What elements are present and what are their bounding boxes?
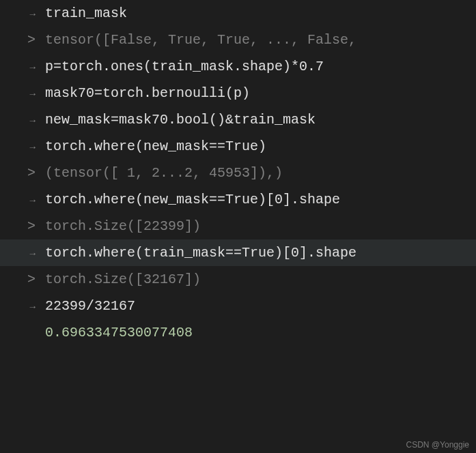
input-arrow-icon: →	[30, 112, 36, 130]
output-marker-icon: >	[27, 160, 36, 186]
gutter: →	[8, 192, 45, 210]
input-text: 22399/32167	[45, 293, 476, 319]
code-cell-line[interactable]: →p=torch.ones(train_mask.shape)*0.7	[0, 53, 476, 80]
gutter: >	[8, 213, 45, 239]
output-text: torch.Size([32167])	[45, 266, 476, 293]
input-arrow-icon: →	[30, 192, 36, 210]
code-cell-line[interactable]: →mask70=torch.bernoulli(p)	[0, 80, 476, 106]
input-text: new_mask=mask70.bool()&train_mask	[45, 106, 476, 133]
input-text: train_mask	[45, 0, 476, 27]
code-cell-line[interactable]: >torch.Size([22399])	[0, 213, 476, 239]
gutter: →	[8, 245, 45, 263]
input-arrow-icon: →	[30, 85, 36, 104]
code-cell-line[interactable]: >torch.Size([32167])	[0, 266, 476, 293]
input-text: p=torch.ones(train_mask.shape)*0.7	[45, 53, 476, 80]
gutter: >	[8, 160, 45, 186]
code-cell-line[interactable]: >tensor([False, True, True, ..., False,	[0, 27, 476, 53]
input-arrow-icon: →	[30, 59, 36, 77]
code-cell-line[interactable]: >(tensor([ 1, 2...2, 45953]),)	[0, 160, 476, 186]
code-cell-line[interactable]: 0.6963347530077408	[0, 319, 476, 346]
code-cell-line[interactable]: →22399/32167	[0, 293, 476, 319]
gutter: >	[8, 27, 45, 53]
code-cell-line[interactable]: →torch.where(new_mask==True)[0].shape	[0, 186, 476, 213]
code-cell-line[interactable]: →torch.where(new_mask==True)	[0, 133, 476, 160]
gutter: →	[8, 112, 45, 130]
input-arrow-icon: →	[30, 5, 36, 24]
output-marker-icon: >	[27, 213, 36, 239]
input-text: mask70=torch.bernoulli(p)	[45, 80, 476, 106]
gutter: →	[8, 85, 45, 104]
gutter: →	[8, 138, 45, 157]
code-cell-line[interactable]: →train_mask	[0, 0, 476, 27]
input-arrow-icon: →	[30, 245, 36, 263]
code-cell-line[interactable]: →torch.where(train_mask==True)[0].shape	[0, 239, 476, 266]
input-arrow-icon: →	[30, 138, 36, 157]
gutter: →	[8, 59, 45, 77]
output-text: torch.Size([22399])	[45, 213, 476, 239]
input-text: torch.where(train_mask==True)[0].shape	[45, 239, 476, 266]
gutter: →	[8, 5, 45, 24]
input-text: torch.where(new_mask==True)	[45, 133, 476, 160]
output-text: tensor([False, True, True, ..., False,	[45, 27, 476, 53]
output-marker-icon: >	[27, 27, 36, 53]
code-cell-line[interactable]: →new_mask=mask70.bool()&train_mask	[0, 106, 476, 133]
gutter: >	[8, 266, 45, 293]
result-text: 0.6963347530077408	[45, 319, 476, 346]
output-text: (tensor([ 1, 2...2, 45953]),)	[45, 160, 476, 186]
input-text: torch.where(new_mask==True)[0].shape	[45, 186, 476, 213]
input-arrow-icon: →	[30, 298, 36, 317]
output-marker-icon: >	[27, 266, 36, 293]
gutter: →	[8, 298, 45, 317]
watermark: CSDN @Yonggie	[406, 441, 469, 449]
